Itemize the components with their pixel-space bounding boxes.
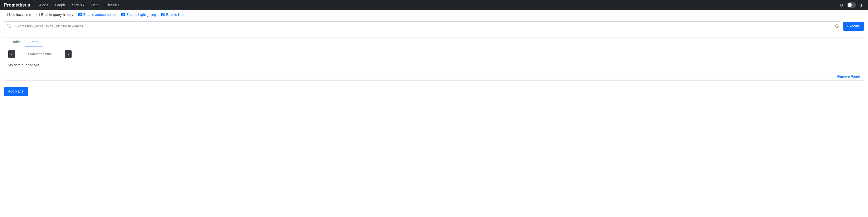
status-link[interactable]: Status ▾ bbox=[69, 1, 87, 9]
contrast-button[interactable]: ◑ bbox=[858, 2, 864, 8]
classic-ui-link[interactable]: Classic UI bbox=[102, 1, 124, 9]
search-bar: Execute bbox=[0, 19, 868, 33]
enable-query-history-label: Enable query history bbox=[41, 12, 73, 17]
tab-graph[interactable]: Graph bbox=[25, 37, 42, 47]
settings-button[interactable]: ⚙ bbox=[838, 2, 845, 8]
enable-highlighting-checkbox[interactable] bbox=[121, 13, 125, 16]
tabs-bar: Table Graph bbox=[4, 37, 864, 47]
brand-title: Prometheus bbox=[4, 2, 30, 8]
theme-toggle-knob bbox=[848, 3, 852, 7]
enable-autocomplete-label: Enable autocomplete bbox=[83, 12, 117, 17]
use-local-time-option[interactable]: Use local time bbox=[4, 12, 31, 17]
history-icon[interactable] bbox=[833, 24, 841, 28]
panel-wrapper: Table Graph ‹ › No data queried yet Remo… bbox=[4, 37, 864, 81]
graph-link[interactable]: Graph bbox=[52, 1, 68, 9]
alerts-link[interactable]: Alerts bbox=[36, 1, 51, 9]
panel-footer: Remove Panel bbox=[4, 72, 864, 80]
tab-table[interactable]: Table bbox=[8, 37, 25, 47]
enable-autocomplete-checkbox[interactable] bbox=[79, 13, 82, 16]
enable-linter-checkbox[interactable] bbox=[161, 13, 164, 16]
chevron-left-icon: ‹ bbox=[11, 52, 12, 56]
evaluation-time-input[interactable] bbox=[15, 50, 65, 58]
enable-linter-option[interactable]: Enable linter bbox=[161, 12, 186, 17]
panel-content: ‹ › No data queried yet bbox=[4, 47, 864, 72]
add-panel-section: Add Panel bbox=[0, 85, 868, 100]
nav-right: ⚙ ◑ bbox=[838, 2, 864, 8]
navbar: Prometheus Alerts Graph Status ▾ Help Cl… bbox=[0, 0, 868, 10]
no-data-message: No data queried yet bbox=[8, 61, 860, 69]
help-link[interactable]: Help bbox=[88, 1, 101, 9]
theme-toggle-button[interactable] bbox=[847, 2, 856, 8]
enable-highlighting-label: Enable highlighting bbox=[126, 12, 156, 17]
nav-links: Alerts Graph Status ▾ Help Classic UI bbox=[36, 1, 838, 9]
use-local-time-checkbox[interactable] bbox=[4, 13, 7, 16]
eval-prev-button[interactable]: ‹ bbox=[8, 50, 15, 58]
enable-query-history-checkbox[interactable] bbox=[36, 13, 40, 16]
enable-linter-label: Enable linter bbox=[166, 12, 186, 17]
options-bar: Use local time Enable query history Enab… bbox=[0, 10, 868, 19]
contrast-icon: ◑ bbox=[860, 3, 863, 7]
search-icon bbox=[4, 24, 13, 28]
chevron-right-icon: › bbox=[68, 52, 69, 56]
evaluation-time-row: ‹ › bbox=[8, 50, 860, 58]
enable-autocomplete-option[interactable]: Enable autocomplete bbox=[79, 12, 117, 17]
enable-highlighting-option[interactable]: Enable highlighting bbox=[121, 12, 156, 17]
expression-input-wrapper bbox=[4, 21, 841, 31]
gear-icon: ⚙ bbox=[840, 3, 843, 7]
enable-query-history-option[interactable]: Enable query history bbox=[36, 12, 73, 17]
eval-next-button[interactable]: › bbox=[65, 50, 72, 58]
chevron-down-icon: ▾ bbox=[83, 4, 84, 6]
use-local-time-label: Use local time bbox=[9, 12, 31, 17]
execute-button[interactable]: Execute bbox=[843, 22, 864, 31]
add-panel-button[interactable]: Add Panel bbox=[4, 87, 28, 96]
remove-panel-button[interactable]: Remove Panel bbox=[837, 75, 860, 78]
expression-input[interactable] bbox=[13, 22, 833, 31]
